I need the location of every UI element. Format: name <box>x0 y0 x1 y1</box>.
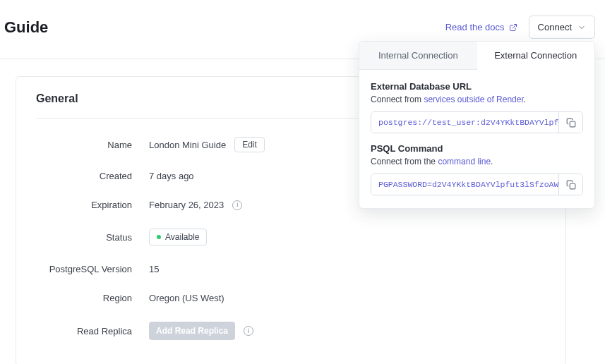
external-url-title: External Database URL <box>371 81 583 92</box>
label-region: Region <box>36 293 149 303</box>
add-read-replica-button[interactable]: Add Read Replica <box>149 322 235 340</box>
services-outside-link[interactable]: services outside of Render <box>424 95 523 104</box>
connect-button[interactable]: Connect <box>529 16 595 39</box>
external-url-prefix: Connect from <box>371 95 424 104</box>
value-name: London Mini Guide Edit <box>149 137 265 152</box>
read-docs-label: Read the docs <box>445 22 505 32</box>
connect-popover: Internal Connection External Connection … <box>359 41 595 209</box>
psql-code-row: PGPASSWORD=d2V4YKktBDAYVlpfut3lSfzoAWhwb… <box>371 174 583 195</box>
header-actions: Read the docs Connect <box>445 16 595 39</box>
svg-line-0 <box>513 24 517 28</box>
value-created: 7 days ago <box>149 171 194 181</box>
copy-icon <box>566 180 576 190</box>
external-url-suffix: . <box>524 95 526 104</box>
connect-label: Connect <box>538 22 572 32</box>
info-icon[interactable]: i <box>232 200 242 210</box>
popover-body: External Database URL Connect from servi… <box>359 70 594 208</box>
label-created: Created <box>36 171 149 181</box>
copy-psql-button[interactable] <box>558 174 582 195</box>
value-read-replica: Add Read Replica i <box>149 322 253 340</box>
page-title: Guide <box>4 18 48 37</box>
external-url-sub: Connect from services outside of Render. <box>371 95 583 104</box>
svg-rect-2 <box>570 183 575 189</box>
row-read-replica: Read Replica Add Read Replica i <box>36 322 546 340</box>
connection-tabs: Internal Connection External Connection <box>359 42 594 70</box>
status-text: Available <box>165 232 199 242</box>
value-pg-version: 15 <box>149 264 159 274</box>
status-badge: Available <box>149 229 207 245</box>
tab-external-connection[interactable]: External Connection <box>477 42 595 70</box>
psql-suffix: . <box>491 157 493 166</box>
info-icon[interactable]: i <box>244 326 253 336</box>
copy-icon <box>566 118 576 128</box>
label-pg-version: PostgreSQL Version <box>36 264 149 274</box>
label-status: Status <box>36 232 149 243</box>
psql-value[interactable]: PGPASSWORD=d2V4YKktBDAYVlpfut3lSfzoAWhwb… <box>371 174 558 195</box>
external-url-code-row: postgres://test_user:d2V4YKktBDAYVlpfut3… <box>371 111 583 133</box>
tab-internal-connection[interactable]: Internal Connection <box>359 42 477 70</box>
expiration-text: February 26, 2023 <box>149 200 224 210</box>
edit-name-button[interactable]: Edit <box>234 137 265 152</box>
row-region: Region Oregon (US West) <box>36 293 546 303</box>
svg-rect-1 <box>570 121 575 127</box>
psql-sub: Connect from the command line. <box>371 157 583 166</box>
command-line-link[interactable]: command line <box>438 157 491 166</box>
label-name: Name <box>36 140 149 150</box>
name-text: London Mini Guide <box>149 140 226 150</box>
row-status: Status Available <box>36 229 546 245</box>
label-expiration: Expiration <box>36 200 149 210</box>
value-expiration: February 26, 2023 i <box>149 200 242 210</box>
chevron-down-icon <box>577 23 586 32</box>
read-docs-link[interactable]: Read the docs <box>445 22 517 32</box>
psql-title: PSQL Command <box>371 143 583 154</box>
value-region: Oregon (US West) <box>149 293 224 303</box>
external-link-icon <box>509 23 517 32</box>
row-pg-version: PostgreSQL Version 15 <box>36 264 546 274</box>
value-status: Available <box>149 229 207 245</box>
status-dot-icon <box>157 235 161 239</box>
external-url-value[interactable]: postgres://test_user:d2V4YKktBDAYVlpfut3… <box>371 112 558 133</box>
psql-prefix: Connect from the <box>371 157 438 166</box>
label-read-replica: Read Replica <box>36 326 149 336</box>
copy-external-url-button[interactable] <box>558 112 582 133</box>
